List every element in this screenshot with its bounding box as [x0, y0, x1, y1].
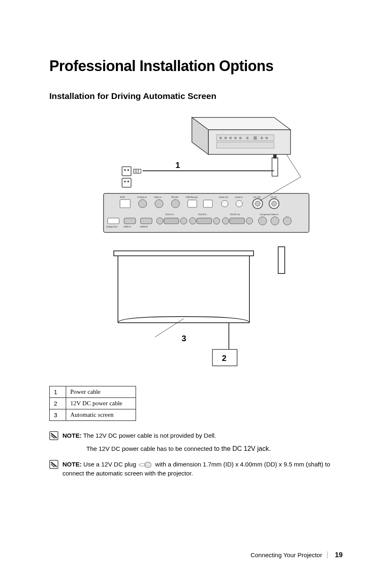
- note-1: NOTE: The 12V DC power cable is not prov…: [49, 431, 343, 441]
- svg-point-10: [246, 137, 249, 139]
- svg-rect-56: [197, 218, 212, 224]
- svg-text:Component Video In: Component Video In: [260, 213, 279, 216]
- svg-text:HDMI-A: HDMI-A: [124, 225, 131, 228]
- row-label: Power cable: [66, 386, 136, 398]
- svg-rect-11: [254, 136, 257, 140]
- svg-point-37: [255, 201, 260, 206]
- svg-point-23: [127, 181, 129, 182]
- table-row: 3 Automatic screen: [50, 409, 136, 421]
- note-jack-text: to the DC 12V jack.: [214, 445, 271, 452]
- svg-rect-32: [188, 200, 197, 207]
- svg-point-12: [261, 137, 263, 139]
- svg-text:Video In: Video In: [154, 196, 161, 198]
- svg-point-9: [239, 137, 242, 139]
- footer-divider: [327, 551, 332, 558]
- note-prefix: NOTE:: [62, 461, 82, 468]
- power-socket-icon: [122, 167, 141, 187]
- svg-point-61: [258, 217, 267, 225]
- note-2: NOTE: Use a 12V DC plug with a dimension…: [49, 460, 343, 478]
- svg-point-58: [222, 218, 229, 224]
- svg-rect-25: [272, 158, 278, 176]
- svg-rect-53: [164, 218, 179, 224]
- page-footer: Connecting Your Projector 19: [251, 551, 343, 559]
- svg-point-30: [155, 200, 163, 208]
- svg-line-71: [286, 154, 301, 177]
- row-num: 2: [50, 398, 66, 409]
- svg-rect-4: [217, 142, 274, 148]
- note-icon: [49, 460, 58, 469]
- automatic-screen: [114, 251, 254, 323]
- svg-rect-50: [124, 218, 136, 224]
- svg-text:RS-232: RS-232: [171, 196, 178, 198]
- svg-rect-75: [278, 247, 285, 273]
- legend-table: 1 Power cable 2 12V DC power cable 3 Aut…: [49, 386, 343, 421]
- svg-text:HDMI-B: HDMI-B: [140, 225, 148, 228]
- svg-text:DC 5V: DC 5V: [271, 196, 277, 198]
- svg-point-35: [236, 200, 242, 207]
- row-num: 1: [50, 386, 66, 398]
- svg-rect-51: [141, 218, 152, 224]
- svg-point-39: [272, 201, 277, 206]
- svg-point-60: [246, 218, 253, 224]
- svg-point-57: [213, 218, 220, 224]
- footer-page-number: 19: [335, 551, 343, 559]
- note-sub-text: The 12V DC power cable has to be connect…: [86, 445, 214, 452]
- note-1-sub: The 12V DC power cable has to be connect…: [86, 444, 343, 454]
- svg-rect-33: [203, 200, 212, 207]
- svg-point-54: [180, 218, 187, 224]
- note-text-a: Use a 12V DC plug: [82, 461, 138, 468]
- svg-point-22: [124, 181, 126, 182]
- svg-rect-28: [120, 200, 130, 208]
- callout-1: 1: [175, 161, 180, 170]
- svg-point-16: [127, 169, 129, 171]
- table-row: 2 12V DC power cable: [50, 398, 136, 409]
- plug-icon: [139, 461, 152, 469]
- svg-point-52: [157, 218, 163, 224]
- screen-control-box: [278, 247, 285, 273]
- svg-text:Audio In: Audio In: [235, 196, 243, 198]
- projector-body: [192, 117, 291, 154]
- note-text-content: The 12V DC power cable is not provided b…: [82, 432, 216, 439]
- callout-3: 3: [182, 334, 186, 343]
- svg-point-55: [189, 218, 196, 224]
- note-prefix: NOTE:: [62, 432, 82, 439]
- svg-rect-73: [114, 251, 254, 256]
- svg-rect-21: [122, 178, 131, 187]
- svg-marker-0: [192, 117, 291, 130]
- section-subtitle: Installation for Driving Automatic Scree…: [49, 91, 343, 101]
- callout-2: 2: [222, 354, 226, 363]
- svg-point-62: [271, 217, 279, 225]
- svg-text:Display Port: Display Port: [106, 225, 118, 228]
- svg-text:USB Remote: USB Remote: [186, 196, 198, 198]
- installation-diagram: 1 RJ45 S-Video In Video In RS-232 USB Re…: [73, 113, 319, 370]
- svg-rect-26: [273, 154, 277, 158]
- svg-text:Audio Out: Audio Out: [219, 196, 228, 198]
- connector-panel: RJ45 S-Video In Video In RS-232 USB Remo…: [104, 193, 309, 232]
- svg-point-15: [124, 169, 126, 171]
- svg-point-29: [138, 200, 147, 208]
- svg-text:VGA-B Out: VGA-B Out: [230, 213, 240, 216]
- svg-rect-14: [122, 167, 131, 176]
- svg-point-8: [234, 137, 237, 139]
- svg-point-5: [219, 137, 222, 139]
- svg-line-79: [155, 319, 184, 337]
- svg-point-6: [224, 137, 227, 139]
- svg-rect-59: [230, 218, 244, 224]
- svg-point-34: [221, 200, 228, 207]
- row-label: 12V DC power cable: [66, 398, 136, 409]
- svg-point-63: [283, 217, 291, 225]
- page-title: Professional Installation Options: [49, 57, 343, 75]
- svg-point-13: [265, 137, 268, 139]
- svg-point-7: [229, 137, 232, 139]
- note-icon: [49, 431, 58, 440]
- diagram-svg: 1 RJ45 S-Video In Video In RS-232 USB Re…: [73, 113, 319, 368]
- svg-text:VGA-B In: VGA-B In: [198, 213, 207, 216]
- svg-point-31: [171, 200, 180, 208]
- svg-rect-49: [108, 218, 119, 224]
- svg-text:VGA-A In: VGA-A In: [165, 213, 174, 216]
- row-num: 3: [50, 409, 66, 421]
- svg-text:S-Video In: S-Video In: [137, 196, 147, 198]
- footer-section: Connecting Your Projector: [251, 551, 322, 558]
- table-row: 1 Power cable: [50, 386, 136, 398]
- svg-text:DC 12V: DC 12V: [254, 196, 261, 198]
